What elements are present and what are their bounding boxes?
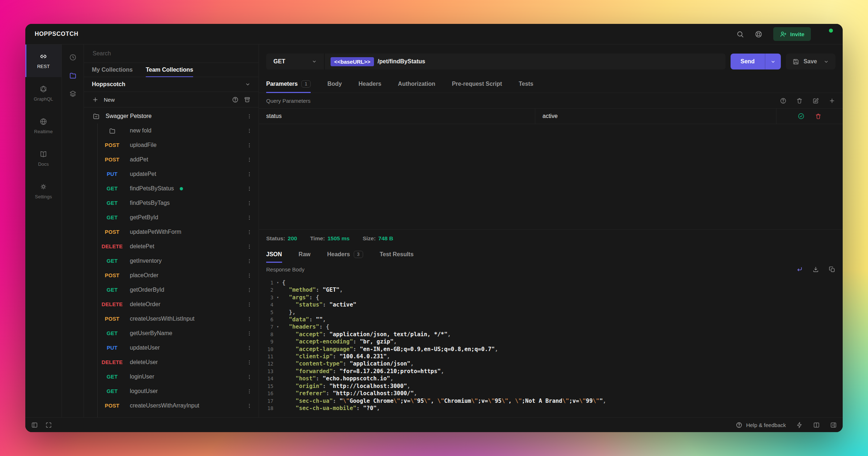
more-options-icon[interactable] xyxy=(247,287,252,293)
sidebar-item-docs[interactable]: Docs xyxy=(25,142,61,175)
collection-tree-row[interactable]: new fold xyxy=(84,123,259,138)
more-options-icon[interactable] xyxy=(247,244,252,249)
save-options-chevron-icon[interactable] xyxy=(824,59,829,64)
more-options-icon[interactable] xyxy=(247,215,252,220)
collection-tree-row[interactable]: GET getPetById xyxy=(84,210,259,225)
more-options-icon[interactable] xyxy=(247,128,252,134)
fold-arrow-icon[interactable] xyxy=(273,405,282,412)
fold-arrow-icon[interactable] xyxy=(273,360,282,367)
collection-root-row[interactable]: Swagger Petstore xyxy=(84,109,259,123)
method-select[interactable]: GET xyxy=(266,54,325,69)
collections-tab[interactable]: My Collections xyxy=(92,63,133,77)
collection-tree-row[interactable]: GET getUserByName xyxy=(84,326,259,341)
fold-arrow-icon[interactable] xyxy=(273,383,282,390)
collection-tree-row[interactable]: POST addPet xyxy=(84,152,259,167)
download-response-icon[interactable] xyxy=(812,266,819,273)
sidebar-item-rest[interactable]: REST xyxy=(25,45,61,77)
more-options-icon[interactable] xyxy=(247,157,252,162)
fold-arrow-icon[interactable] xyxy=(273,353,282,360)
collection-tree-row[interactable]: POST createUsersWithListInput xyxy=(84,312,259,326)
collapse-right-panel-icon[interactable] xyxy=(830,422,837,428)
sidebar-item-realtime[interactable]: Realtime xyxy=(25,110,61,142)
more-options-icon[interactable] xyxy=(247,143,252,148)
fold-arrow-icon[interactable]: ▾ xyxy=(273,294,282,301)
collection-tree-row[interactable]: GET findPetsByStatus xyxy=(84,181,259,196)
fold-arrow-icon[interactable] xyxy=(273,375,282,382)
more-options-icon[interactable] xyxy=(247,316,252,322)
more-options-icon[interactable] xyxy=(247,114,252,119)
fold-arrow-icon[interactable] xyxy=(273,316,282,323)
copy-response-icon[interactable] xyxy=(829,266,835,273)
collection-tree-row[interactable]: POST updatePetWithForm xyxy=(84,225,259,239)
add-param-icon[interactable] xyxy=(829,97,835,104)
collection-tree-row[interactable]: POST uploadFile xyxy=(84,138,259,152)
more-options-icon[interactable] xyxy=(247,186,252,191)
tab[interactable]: Headers xyxy=(358,76,381,93)
fold-arrow-icon[interactable] xyxy=(273,331,282,338)
tab[interactable]: Test Results xyxy=(380,247,414,263)
url-input[interactable]: <<baseURL>> /pet/findByStatus xyxy=(325,54,726,69)
send-button[interactable]: Send xyxy=(731,54,781,69)
save-button[interactable]: Save xyxy=(786,54,835,69)
collection-tree-row[interactable]: GET findPetsByTags xyxy=(84,196,259,210)
more-options-icon[interactable] xyxy=(247,403,252,409)
new-collection-button[interactable]: New xyxy=(104,97,115,103)
search-input[interactable] xyxy=(92,50,251,57)
collection-tree-row[interactable]: DELETE deleteOrder xyxy=(84,297,259,312)
tab[interactable]: Tests xyxy=(519,76,533,93)
send-options-chevron-icon[interactable] xyxy=(765,54,781,69)
tab[interactable]: Parameters 1 xyxy=(266,76,311,93)
fold-arrow-icon[interactable] xyxy=(273,346,282,353)
more-options-icon[interactable] xyxy=(247,258,252,264)
plus-icon[interactable] xyxy=(92,96,99,103)
collection-tree-row[interactable]: POST createUsersWithArrayInput xyxy=(84,398,259,413)
help-circle-icon[interactable] xyxy=(232,96,239,103)
collection-tree-row[interactable]: DELETE deletePet xyxy=(84,239,259,254)
tab[interactable]: Pre-request Script xyxy=(452,76,502,93)
more-options-icon[interactable] xyxy=(247,273,252,278)
help-feedback-button[interactable]: Help & feedback xyxy=(736,422,786,428)
tab[interactable]: Authorization xyxy=(398,76,435,93)
import-export-icon[interactable] xyxy=(244,96,251,103)
fold-arrow-icon[interactable] xyxy=(273,301,282,308)
query-param-value-cell[interactable]: active xyxy=(535,109,776,124)
fold-arrow-icon[interactable] xyxy=(273,368,282,375)
wrap-lines-icon[interactable] xyxy=(796,266,803,273)
collection-tree-row[interactable]: GET getOrderById xyxy=(84,283,259,297)
query-param-key-cell[interactable]: status xyxy=(259,109,535,124)
collections-icon[interactable] xyxy=(65,67,81,84)
more-options-icon[interactable] xyxy=(247,360,252,365)
param-delete-icon[interactable] xyxy=(815,113,822,120)
collection-tree-row[interactable]: PUT updatePet xyxy=(84,167,259,181)
workspace-selector[interactable]: Hoppscotch xyxy=(84,77,259,92)
invite-button[interactable]: Invite xyxy=(773,27,811,41)
avatar[interactable] xyxy=(822,28,833,40)
sidebar-item-settings[interactable]: Settings xyxy=(25,175,61,207)
collection-tree-row[interactable]: DELETE deleteUser xyxy=(84,355,259,370)
support-icon[interactable] xyxy=(755,30,762,38)
more-options-icon[interactable] xyxy=(247,200,252,206)
more-options-icon[interactable] xyxy=(247,374,252,380)
fold-arrow-icon[interactable]: ▾ xyxy=(273,323,282,330)
more-options-icon[interactable] xyxy=(247,345,252,351)
collection-tree-row[interactable]: PUT updateUser xyxy=(84,341,259,355)
search-icon[interactable] xyxy=(736,30,744,38)
fold-arrow-icon[interactable] xyxy=(273,309,282,316)
fold-arrow-icon[interactable] xyxy=(273,286,282,294)
collection-tree-row[interactable]: GET Untitled request xyxy=(84,413,259,417)
more-options-icon[interactable] xyxy=(247,302,252,307)
response-body-code[interactable]: 1 ▾ { 2 "method": "GET", 3 ▾ "args": { 4… xyxy=(259,276,843,417)
fold-arrow-icon[interactable] xyxy=(273,397,282,405)
fold-arrow-icon[interactable] xyxy=(273,338,282,345)
more-options-icon[interactable] xyxy=(247,172,252,177)
more-options-icon[interactable] xyxy=(247,331,252,336)
fold-arrow-icon[interactable]: ▾ xyxy=(273,279,282,286)
delete-all-params-icon[interactable] xyxy=(796,97,803,104)
tab[interactable]: Raw xyxy=(299,247,311,263)
expand-window-icon[interactable] xyxy=(45,422,52,428)
more-options-icon[interactable] xyxy=(247,229,252,235)
tab[interactable]: Body xyxy=(327,76,342,93)
collections-tab[interactable]: Team Collections xyxy=(146,63,193,77)
param-enabled-check-icon[interactable] xyxy=(797,113,805,120)
split-columns-icon[interactable] xyxy=(813,422,820,428)
